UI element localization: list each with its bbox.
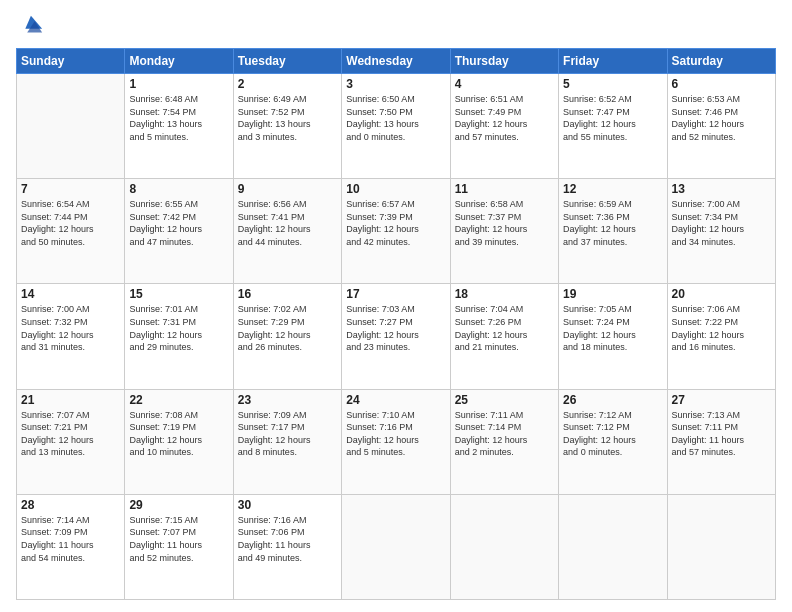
day-info: Sunrise: 6:55 AM Sunset: 7:42 PM Dayligh…	[129, 198, 228, 248]
calendar-cell: 21Sunrise: 7:07 AM Sunset: 7:21 PM Dayli…	[17, 389, 125, 494]
calendar-cell: 9Sunrise: 6:56 AM Sunset: 7:41 PM Daylig…	[233, 179, 341, 284]
day-info: Sunrise: 7:01 AM Sunset: 7:31 PM Dayligh…	[129, 303, 228, 353]
calendar-cell	[559, 494, 667, 599]
day-info: Sunrise: 6:57 AM Sunset: 7:39 PM Dayligh…	[346, 198, 445, 248]
calendar-cell: 4Sunrise: 6:51 AM Sunset: 7:49 PM Daylig…	[450, 74, 558, 179]
calendar-cell: 3Sunrise: 6:50 AM Sunset: 7:50 PM Daylig…	[342, 74, 450, 179]
calendar-cell	[450, 494, 558, 599]
calendar-cell: 11Sunrise: 6:58 AM Sunset: 7:37 PM Dayli…	[450, 179, 558, 284]
calendar-week-row: 21Sunrise: 7:07 AM Sunset: 7:21 PM Dayli…	[17, 389, 776, 494]
day-info: Sunrise: 7:12 AM Sunset: 7:12 PM Dayligh…	[563, 409, 662, 459]
calendar-cell: 29Sunrise: 7:15 AM Sunset: 7:07 PM Dayli…	[125, 494, 233, 599]
logo	[16, 12, 48, 40]
day-info: Sunrise: 6:51 AM Sunset: 7:49 PM Dayligh…	[455, 93, 554, 143]
calendar-cell	[667, 494, 775, 599]
day-number: 11	[455, 182, 554, 196]
day-number: 2	[238, 77, 337, 91]
day-number: 5	[563, 77, 662, 91]
day-info: Sunrise: 6:56 AM Sunset: 7:41 PM Dayligh…	[238, 198, 337, 248]
calendar-cell: 8Sunrise: 6:55 AM Sunset: 7:42 PM Daylig…	[125, 179, 233, 284]
calendar-cell: 22Sunrise: 7:08 AM Sunset: 7:19 PM Dayli…	[125, 389, 233, 494]
day-number: 28	[21, 498, 120, 512]
calendar-cell: 25Sunrise: 7:11 AM Sunset: 7:14 PM Dayli…	[450, 389, 558, 494]
calendar-cell: 26Sunrise: 7:12 AM Sunset: 7:12 PM Dayli…	[559, 389, 667, 494]
day-info: Sunrise: 7:13 AM Sunset: 7:11 PM Dayligh…	[672, 409, 771, 459]
day-number: 4	[455, 77, 554, 91]
calendar-cell: 13Sunrise: 7:00 AM Sunset: 7:34 PM Dayli…	[667, 179, 775, 284]
day-number: 1	[129, 77, 228, 91]
day-info: Sunrise: 6:52 AM Sunset: 7:47 PM Dayligh…	[563, 93, 662, 143]
calendar-cell: 15Sunrise: 7:01 AM Sunset: 7:31 PM Dayli…	[125, 284, 233, 389]
day-info: Sunrise: 7:07 AM Sunset: 7:21 PM Dayligh…	[21, 409, 120, 459]
day-info: Sunrise: 7:06 AM Sunset: 7:22 PM Dayligh…	[672, 303, 771, 353]
day-number: 17	[346, 287, 445, 301]
logo-icon	[16, 12, 44, 40]
weekday-header: Saturday	[667, 49, 775, 74]
day-number: 23	[238, 393, 337, 407]
day-info: Sunrise: 6:59 AM Sunset: 7:36 PM Dayligh…	[563, 198, 662, 248]
day-number: 18	[455, 287, 554, 301]
day-number: 20	[672, 287, 771, 301]
calendar-cell	[17, 74, 125, 179]
day-info: Sunrise: 6:53 AM Sunset: 7:46 PM Dayligh…	[672, 93, 771, 143]
day-number: 16	[238, 287, 337, 301]
calendar-cell: 7Sunrise: 6:54 AM Sunset: 7:44 PM Daylig…	[17, 179, 125, 284]
calendar-header-row: SundayMondayTuesdayWednesdayThursdayFrid…	[17, 49, 776, 74]
day-info: Sunrise: 6:49 AM Sunset: 7:52 PM Dayligh…	[238, 93, 337, 143]
day-number: 7	[21, 182, 120, 196]
calendar-week-row: 28Sunrise: 7:14 AM Sunset: 7:09 PM Dayli…	[17, 494, 776, 599]
day-info: Sunrise: 7:00 AM Sunset: 7:34 PM Dayligh…	[672, 198, 771, 248]
calendar-week-row: 1Sunrise: 6:48 AM Sunset: 7:54 PM Daylig…	[17, 74, 776, 179]
calendar-cell	[342, 494, 450, 599]
day-number: 6	[672, 77, 771, 91]
day-info: Sunrise: 7:14 AM Sunset: 7:09 PM Dayligh…	[21, 514, 120, 564]
weekday-header: Tuesday	[233, 49, 341, 74]
day-number: 22	[129, 393, 228, 407]
day-info: Sunrise: 6:48 AM Sunset: 7:54 PM Dayligh…	[129, 93, 228, 143]
calendar-cell: 10Sunrise: 6:57 AM Sunset: 7:39 PM Dayli…	[342, 179, 450, 284]
weekday-header: Wednesday	[342, 49, 450, 74]
day-number: 15	[129, 287, 228, 301]
day-number: 10	[346, 182, 445, 196]
weekday-header: Sunday	[17, 49, 125, 74]
calendar-cell: 1Sunrise: 6:48 AM Sunset: 7:54 PM Daylig…	[125, 74, 233, 179]
day-info: Sunrise: 7:02 AM Sunset: 7:29 PM Dayligh…	[238, 303, 337, 353]
calendar-cell: 20Sunrise: 7:06 AM Sunset: 7:22 PM Dayli…	[667, 284, 775, 389]
weekday-header: Monday	[125, 49, 233, 74]
calendar-cell: 2Sunrise: 6:49 AM Sunset: 7:52 PM Daylig…	[233, 74, 341, 179]
day-number: 26	[563, 393, 662, 407]
calendar-cell: 27Sunrise: 7:13 AM Sunset: 7:11 PM Dayli…	[667, 389, 775, 494]
calendar-week-row: 14Sunrise: 7:00 AM Sunset: 7:32 PM Dayli…	[17, 284, 776, 389]
day-number: 14	[21, 287, 120, 301]
day-info: Sunrise: 7:08 AM Sunset: 7:19 PM Dayligh…	[129, 409, 228, 459]
calendar-cell: 12Sunrise: 6:59 AM Sunset: 7:36 PM Dayli…	[559, 179, 667, 284]
calendar-cell: 6Sunrise: 6:53 AM Sunset: 7:46 PM Daylig…	[667, 74, 775, 179]
calendar-cell: 17Sunrise: 7:03 AM Sunset: 7:27 PM Dayli…	[342, 284, 450, 389]
calendar-cell: 5Sunrise: 6:52 AM Sunset: 7:47 PM Daylig…	[559, 74, 667, 179]
day-number: 13	[672, 182, 771, 196]
day-number: 12	[563, 182, 662, 196]
calendar-cell: 16Sunrise: 7:02 AM Sunset: 7:29 PM Dayli…	[233, 284, 341, 389]
day-info: Sunrise: 7:15 AM Sunset: 7:07 PM Dayligh…	[129, 514, 228, 564]
calendar-cell: 24Sunrise: 7:10 AM Sunset: 7:16 PM Dayli…	[342, 389, 450, 494]
day-number: 3	[346, 77, 445, 91]
day-number: 29	[129, 498, 228, 512]
day-info: Sunrise: 7:04 AM Sunset: 7:26 PM Dayligh…	[455, 303, 554, 353]
day-info: Sunrise: 6:50 AM Sunset: 7:50 PM Dayligh…	[346, 93, 445, 143]
day-number: 25	[455, 393, 554, 407]
day-info: Sunrise: 7:05 AM Sunset: 7:24 PM Dayligh…	[563, 303, 662, 353]
calendar-cell: 23Sunrise: 7:09 AM Sunset: 7:17 PM Dayli…	[233, 389, 341, 494]
calendar-cell: 18Sunrise: 7:04 AM Sunset: 7:26 PM Dayli…	[450, 284, 558, 389]
day-number: 19	[563, 287, 662, 301]
header	[16, 12, 776, 40]
day-info: Sunrise: 7:00 AM Sunset: 7:32 PM Dayligh…	[21, 303, 120, 353]
day-number: 27	[672, 393, 771, 407]
day-info: Sunrise: 7:03 AM Sunset: 7:27 PM Dayligh…	[346, 303, 445, 353]
day-info: Sunrise: 6:54 AM Sunset: 7:44 PM Dayligh…	[21, 198, 120, 248]
calendar-week-row: 7Sunrise: 6:54 AM Sunset: 7:44 PM Daylig…	[17, 179, 776, 284]
calendar-cell: 19Sunrise: 7:05 AM Sunset: 7:24 PM Dayli…	[559, 284, 667, 389]
day-number: 9	[238, 182, 337, 196]
day-info: Sunrise: 7:16 AM Sunset: 7:06 PM Dayligh…	[238, 514, 337, 564]
day-info: Sunrise: 7:10 AM Sunset: 7:16 PM Dayligh…	[346, 409, 445, 459]
weekday-header: Friday	[559, 49, 667, 74]
